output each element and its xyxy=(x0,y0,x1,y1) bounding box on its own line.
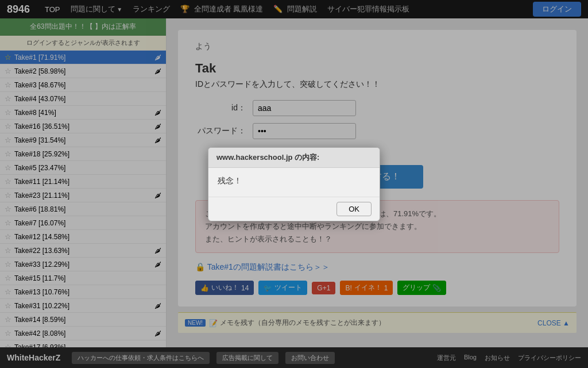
modal-title: www.hackerschool.jp の内容: xyxy=(208,148,380,168)
modal-ok-button[interactable]: OK xyxy=(336,202,372,216)
modal-footer: OK xyxy=(208,197,380,221)
modal-body: 残念！ xyxy=(208,168,380,197)
modal-overlay[interactable]: www.hackerschool.jp の内容: 残念！ OK xyxy=(0,0,588,368)
modal-box: www.hackerschool.jp の内容: 残念！ OK xyxy=(208,147,380,221)
